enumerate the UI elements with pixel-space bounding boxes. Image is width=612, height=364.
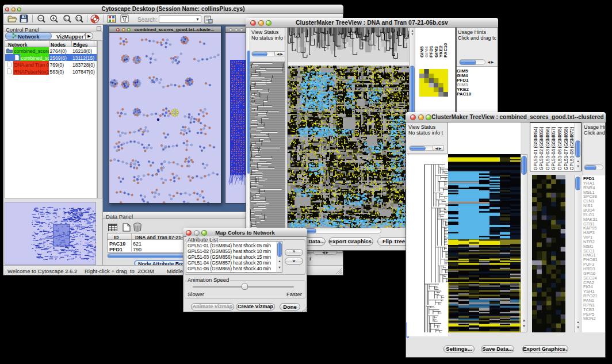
svg-text:1:1: 1:1 xyxy=(76,17,81,20)
